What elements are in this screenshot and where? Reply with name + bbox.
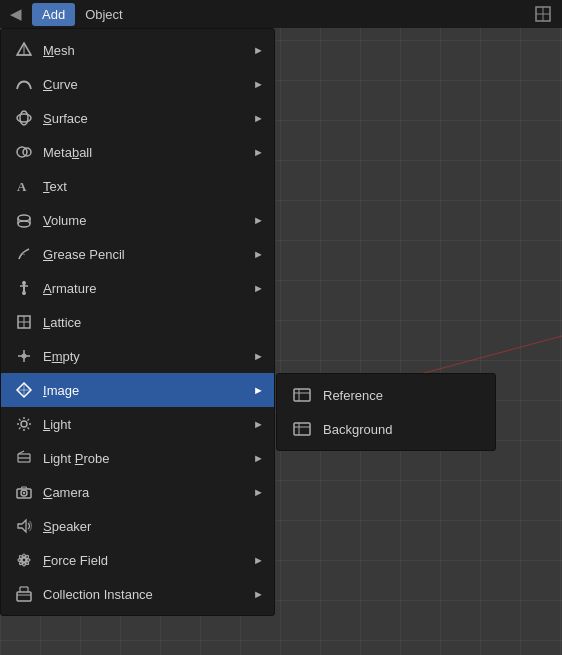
menu-item-armature[interactable]: Armature ► [1, 271, 274, 305]
armature-label: Armature [43, 281, 253, 296]
menu-item-text[interactable]: A Text [1, 169, 274, 203]
camera-arrow: ► [253, 486, 264, 498]
image-submenu: Reference Background [276, 373, 496, 451]
mesh-label: Mesh [43, 43, 253, 58]
curve-arrow: ► [253, 78, 264, 90]
camera-icon [11, 482, 37, 502]
menu-item-light-probe[interactable]: Light Probe ► [1, 441, 274, 475]
grease-pencil-icon [11, 244, 37, 264]
force-field-arrow: ► [253, 554, 264, 566]
light-icon [11, 414, 37, 434]
svg-line-39 [19, 419, 21, 421]
menu-bar: ◀ Add Object [0, 0, 562, 28]
svg-line-40 [28, 428, 30, 430]
svg-marker-52 [18, 520, 26, 532]
reference-icon [289, 385, 315, 405]
light-probe-label: Light Probe [43, 451, 253, 466]
light-probe-arrow: ► [253, 452, 264, 464]
lattice-label: Lattice [43, 315, 264, 330]
volume-icon [11, 210, 37, 230]
collection-instance-label: Collection Instance [43, 587, 253, 602]
text-label: Text [43, 179, 264, 194]
svg-line-41 [28, 419, 30, 421]
svg-text:A: A [17, 179, 27, 194]
svg-rect-28 [294, 389, 310, 401]
armature-icon [11, 278, 37, 298]
menu-item-force-field[interactable]: Force Field ► [1, 543, 274, 577]
svg-point-6 [17, 114, 31, 122]
svg-point-7 [20, 111, 28, 125]
metaball-icon [11, 142, 37, 162]
collection-icon [11, 584, 37, 604]
submenu-item-background[interactable]: Background [277, 412, 495, 446]
light-probe-icon [11, 448, 37, 468]
menu-item-collection-instance[interactable]: Collection Instance ► [1, 577, 274, 611]
svg-point-11 [18, 215, 30, 221]
light-arrow: ► [253, 418, 264, 430]
menu-item-volume[interactable]: Volume ► [1, 203, 274, 237]
menu-item-camera[interactable]: Camera ► [1, 475, 274, 509]
menu-item-mesh[interactable]: Mesh ► [1, 33, 274, 67]
collection-instance-arrow: ► [253, 588, 264, 600]
surface-arrow: ► [253, 112, 264, 124]
menu-item-light[interactable]: Light ► [1, 407, 274, 441]
curve-label: Curve [43, 77, 253, 92]
empty-arrow: ► [253, 350, 264, 362]
menu-item-lattice[interactable]: Lattice [1, 305, 274, 339]
menu-item-metaball[interactable]: Metaball ► [1, 135, 274, 169]
submenu-item-reference[interactable]: Reference [277, 378, 495, 412]
surface-label: Surface [43, 111, 253, 126]
add-menu-button[interactable]: Add [32, 3, 75, 26]
menu-item-curve[interactable]: Curve ► [1, 67, 274, 101]
object-menu-button[interactable]: Object [75, 3, 133, 26]
menu-item-grease-pencil[interactable]: Grease Pencil ► [1, 237, 274, 271]
svg-point-18 [22, 291, 26, 295]
menu-item-speaker[interactable]: Speaker [1, 509, 274, 543]
add-dropdown-menu: Mesh ► Curve ► Surface ► Meta [0, 28, 275, 616]
image-arrow: ► [253, 384, 264, 396]
surface-icon [11, 108, 37, 128]
grease-pencil-arrow: ► [253, 248, 264, 260]
background-label: Background [323, 422, 483, 437]
light-label: Light [43, 417, 253, 432]
image-label: Image [43, 383, 253, 398]
empty-label: Empty [43, 349, 253, 364]
svg-rect-31 [294, 423, 310, 435]
armature-arrow: ► [253, 282, 264, 294]
reference-label: Reference [323, 388, 483, 403]
svg-line-42 [19, 428, 21, 430]
svg-point-17 [22, 281, 26, 285]
mesh-icon [11, 40, 37, 60]
svg-point-50 [23, 492, 25, 494]
mesh-arrow: ► [253, 44, 264, 56]
svg-rect-57 [17, 592, 31, 601]
text-icon: A [11, 176, 37, 196]
menu-item-image[interactable]: Image ► Reference [1, 373, 274, 407]
lattice-icon [11, 312, 37, 332]
speaker-label: Speaker [43, 519, 264, 534]
volume-arrow: ► [253, 214, 264, 226]
volume-label: Volume [43, 213, 253, 228]
left-menu-item[interactable]: ◀ [0, 1, 32, 27]
empty-icon [11, 346, 37, 366]
force-field-label: Force Field [43, 553, 253, 568]
image-icon [11, 380, 37, 400]
grease-pencil-label: Grease Pencil [43, 247, 253, 262]
viewport-icon [534, 5, 562, 23]
curve-icon [11, 74, 37, 94]
svg-point-14 [18, 221, 30, 227]
speaker-icon [11, 516, 37, 536]
background-icon [289, 419, 315, 439]
menu-item-surface[interactable]: Surface ► [1, 101, 274, 135]
camera-label: Camera [43, 485, 253, 500]
metaball-label: Metaball [43, 145, 253, 160]
metaball-arrow: ► [253, 146, 264, 158]
menu-item-empty[interactable]: Empty ► [1, 339, 274, 373]
svg-point-34 [21, 421, 27, 427]
force-field-icon [11, 550, 37, 570]
